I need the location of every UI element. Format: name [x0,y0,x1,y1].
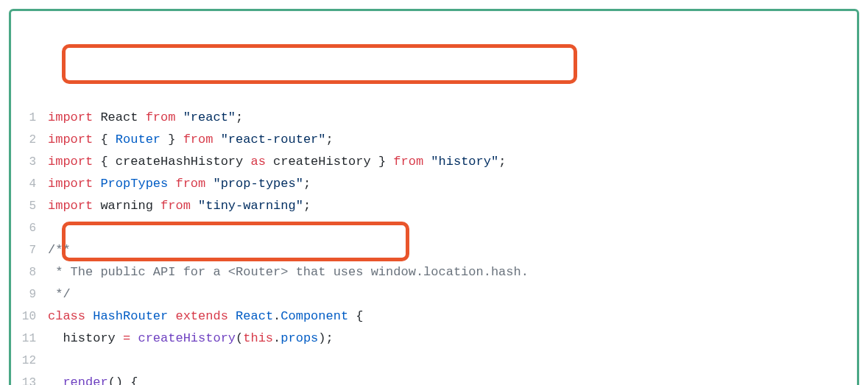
line-content: import { Router } from "react-router"; [48,129,850,151]
line-number: 1 [18,107,48,129]
line-content: * The public API for a <Router> that use… [48,261,850,283]
code-block: 1import React from "react";2import { Rou… [18,18,850,385]
line-number: 8 [18,261,48,283]
line-content: class HashRouter extends React.Component… [48,305,850,328]
code-line: 4import PropTypes from "prop-types"; [18,173,850,195]
code-line: 13 render() { [18,372,850,385]
code-line: 3import { createHashHistory as createHis… [18,151,850,173]
code-line: 9 */ [18,283,850,305]
code-line: 12 [18,350,850,372]
line-number: 10 [18,305,48,328]
line-content: import React from "react"; [48,107,850,129]
highlight-line-3 [62,44,577,84]
code-line: 2import { Router } from "react-router"; [18,129,850,151]
line-number: 12 [18,350,48,372]
line-content: /** [48,239,850,261]
code-line: 8 * The public API for a <Router> that u… [18,261,850,283]
code-line: 5import warning from "tiny-warning"; [18,195,850,217]
line-content: */ [48,283,850,305]
line-content: import { createHashHistory as createHist… [48,151,850,173]
line-number: 13 [18,372,48,385]
code-line: 11 history = createHistory(this.props); [18,328,850,350]
line-number: 5 [18,195,48,217]
code-line: 6 [18,217,850,239]
line-number: 2 [18,129,48,151]
line-content: import PropTypes from "prop-types"; [48,173,850,195]
line-number: 4 [18,173,48,195]
code-line: 10class HashRouter extends React.Compone… [18,305,850,328]
line-content: history = createHistory(this.props); [48,328,850,350]
code-frame: 1import React from "react";2import { Rou… [9,9,859,385]
line-content: import warning from "tiny-warning"; [48,195,850,217]
line-number: 7 [18,239,48,261]
code-line: 1import React from "react"; [18,107,850,129]
line-number: 6 [18,217,48,239]
line-number: 11 [18,328,48,350]
line-number: 9 [18,283,48,305]
line-content: render() { [48,372,850,385]
code-line: 7/** [18,239,850,261]
line-number: 3 [18,151,48,173]
